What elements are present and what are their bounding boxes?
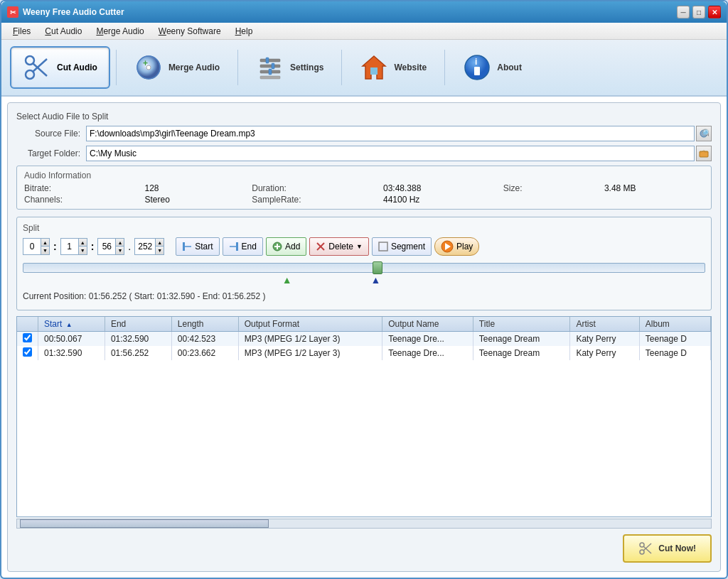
hours-down[interactable]: ▼ [41,247,49,254]
col-end[interactable]: End [105,317,171,332]
menu-merge-audio[interactable]: Merge Audio [90,25,149,38]
scissors-icon [23,53,51,82]
ms-spinbox[interactable]: 252 ▲ ▼ [134,238,164,255]
svg-rect-11 [260,76,280,79]
menu-weeny-software[interactable]: Weeny Software [153,25,227,38]
progress-track[interactable] [23,263,705,273]
svg-rect-23 [183,242,185,251]
end-icon [229,242,239,251]
target-browse-button[interactable] [696,146,712,161]
row-length: 00:23.662 [171,346,238,360]
samplerate-value: 44100 Hz [383,195,489,205]
toolbar-divider-3 [341,50,342,85]
target-field-row: Target Folder: C:\My Music [16,146,712,161]
seconds-down[interactable]: ▼ [115,247,124,254]
settings-label: Settings [290,63,323,72]
delete-icon [316,242,326,251]
progress-thumb[interactable] [373,261,382,274]
segment-icon [378,242,388,251]
row-checkbox[interactable] [23,333,32,342]
about-label: About [497,63,522,72]
col-title[interactable]: Title [473,317,570,332]
col-length[interactable]: Length [171,317,238,332]
svg-rect-32 [379,242,387,251]
minutes-down[interactable]: ▼ [78,247,87,254]
toolbar-merge-audio[interactable]: + Merge Audio [122,46,232,89]
maximize-button[interactable]: □ [692,6,705,18]
row-checkbox[interactable] [23,347,32,357]
col-album[interactable]: Album [639,317,710,332]
row-title: Teenage Dream [473,346,570,360]
info-icon: i [463,53,491,82]
row-album: Teenage D [639,332,710,347]
source-input[interactable]: F:\downloads\mp3\girl\Teenage Dream.mp3 [86,126,695,141]
merge-audio-label: Merge Audio [168,63,220,72]
seconds-spinbox[interactable]: 56 ▲ ▼ [97,238,124,255]
start-button[interactable]: Start [176,237,219,256]
close-button[interactable]: ✕ [708,6,721,18]
seconds-up[interactable]: ▲ [115,239,124,247]
menu-files[interactable]: Files [7,25,36,38]
horizontal-scrollbar[interactable] [16,519,712,529]
play-button[interactable]: Play [434,237,479,256]
add-button[interactable]: Add [266,237,306,256]
row-output-name: Teenage Dre... [382,332,473,347]
ms-down[interactable]: ▼ [155,247,164,254]
delete-button[interactable]: Delete ▼ [309,237,369,256]
menu-help[interactable]: Help [230,25,259,38]
segments-table-container: Start ▲ End Length Output Format Output … [16,316,712,517]
menu-cut-audio[interactable]: Cut Audio [39,25,87,38]
end-button[interactable]: End [223,237,263,256]
source-browse-button[interactable]: 🔍 [696,126,712,141]
minutes-spinbox[interactable]: 1 ▲ ▼ [60,238,87,255]
row-checkbox-cell[interactable] [17,346,38,360]
source-label: Source File: [16,129,80,139]
svg-rect-9 [260,65,280,67]
minimize-button[interactable]: ─ [677,6,690,18]
col-output-format[interactable]: Output Format [238,317,382,332]
row-artist: Katy Perry [570,346,639,360]
svg-text:+: + [143,58,148,68]
merge-icon: + [134,53,163,82]
table-row[interactable]: 01:32.590 01:56.252 00:23.662 MP3 (MPEG … [17,346,711,360]
file-section: Select Audio File to Split Source File: … [16,112,712,166]
svg-rect-16 [370,67,378,75]
menu-bar: Files Cut Audio Merge Audio Weeny Softwa… [1,23,727,40]
separator-1: : [53,241,57,252]
hours-up[interactable]: ▲ [41,239,49,247]
target-input[interactable]: C:\My Music [86,146,695,161]
col-output-name[interactable]: Output Name [382,317,473,332]
toolbar-divider-1 [116,50,117,85]
row-length: 00:42.523 [171,332,238,347]
hours-spinbox[interactable]: 0 ▲ ▼ [23,238,50,255]
row-end: 01:56.252 [105,346,171,360]
duration-label: Duration: [252,183,369,193]
scroll-thumb[interactable] [20,519,269,528]
toolbar-website[interactable]: Website [348,46,439,89]
table-row[interactable]: 00:50.067 01:32.590 00:42.523 MP3 (MPEG … [17,332,711,347]
ms-up[interactable]: ▲ [155,239,164,247]
channels-value: Stereo [144,195,237,205]
row-checkbox-cell[interactable] [17,332,38,347]
size-label: Size: [503,183,590,193]
toolbar-settings[interactable]: Settings [244,46,336,89]
toolbar-divider-4 [444,50,445,85]
start-icon [182,242,192,251]
row-start: 01:32.590 [38,346,105,360]
col-artist[interactable]: Artist [570,317,639,332]
col-start[interactable]: Start ▲ [38,317,105,332]
cut-now-button[interactable]: Cut Now! [623,534,712,563]
svg-rect-19 [474,67,480,75]
bitrate-label: Bitrate: [24,183,130,193]
delete-dropdown-arrow[interactable]: ▼ [356,243,363,250]
svg-rect-13 [272,63,274,69]
split-title: Split [23,223,705,233]
minutes-up[interactable]: ▲ [78,239,87,247]
row-format: MP3 (MPEG 1/2 Layer 3) [238,332,382,347]
toolbar-cut-audio[interactable]: Cut Audio [10,46,110,89]
dot-separator: . [128,241,131,252]
segment-button[interactable]: Segment [372,237,432,256]
toolbar-about[interactable]: i About [451,46,536,89]
channels-label: Channels: [24,195,130,205]
svg-rect-14 [269,69,272,75]
